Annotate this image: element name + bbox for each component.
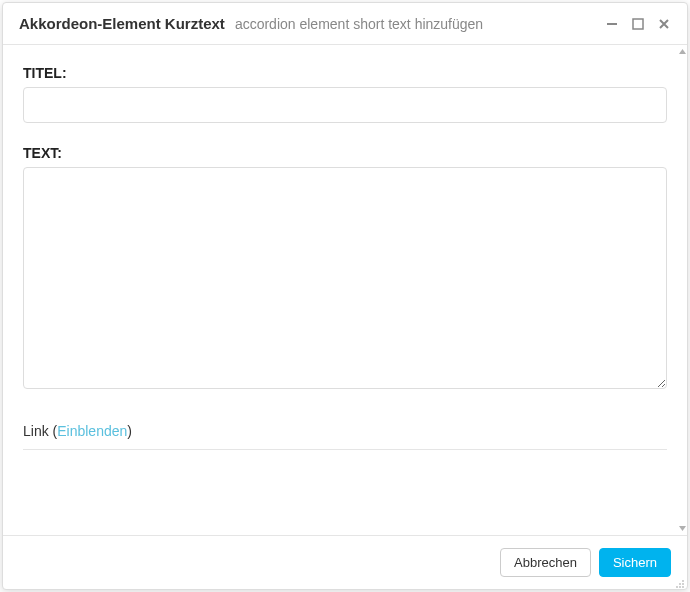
scroll-down-icon[interactable] [678, 524, 687, 533]
dialog-window: Akkordeon-Element Kurztext accordion ele… [2, 2, 688, 590]
svg-point-4 [682, 583, 684, 585]
dialog-footer: Abbrechen Sichern [3, 535, 687, 589]
svg-point-7 [682, 586, 684, 588]
dialog-subtitle: accordion element short text hinzufügen [235, 16, 595, 32]
minimize-icon[interactable] [605, 17, 619, 31]
svg-rect-0 [607, 23, 617, 25]
save-button[interactable]: Sichern [599, 548, 671, 577]
scrollbar-track[interactable] [678, 45, 687, 535]
svg-point-2 [682, 580, 684, 582]
link-section: Link (Einblenden) [23, 423, 667, 450]
svg-point-6 [679, 586, 681, 588]
resize-handle-icon[interactable] [673, 575, 685, 587]
close-icon[interactable] [657, 17, 671, 31]
link-prefix: Link ( [23, 423, 57, 439]
scroll-up-icon[interactable] [678, 47, 687, 56]
header-controls [605, 17, 671, 31]
text-label: TEXT: [23, 145, 667, 161]
svg-point-5 [676, 586, 678, 588]
dialog-header: Akkordeon-Element Kurztext accordion ele… [3, 3, 687, 45]
svg-point-3 [679, 583, 681, 585]
dialog-body: TITEL: TEXT: Link (Einblenden) [3, 45, 687, 535]
cancel-button[interactable]: Abbrechen [500, 548, 591, 577]
link-toggle[interactable]: Einblenden [57, 423, 127, 439]
svg-rect-1 [633, 19, 643, 29]
dialog-title: Akkordeon-Element Kurztext [19, 15, 225, 32]
link-suffix: ) [127, 423, 132, 439]
title-label: TITEL: [23, 65, 667, 81]
title-input[interactable] [23, 87, 667, 123]
text-textarea[interactable] [23, 167, 667, 389]
maximize-icon[interactable] [631, 17, 645, 31]
